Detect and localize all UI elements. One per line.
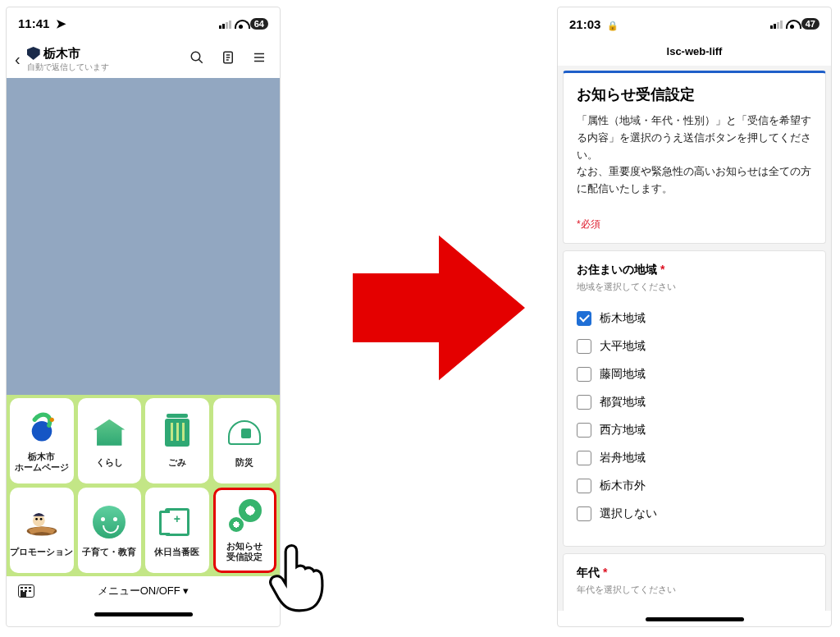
checkbox-icon[interactable]: [577, 451, 591, 465]
menu-toggle-bar[interactable]: メニューON/OFF ▾: [7, 576, 280, 606]
phone-right-liff-app: 21:03 🔒 47 lsc-web-liff お知らせ受信設定 「属性（地域・…: [557, 7, 832, 627]
menu-icon[interactable]: [247, 50, 272, 69]
region-option-label: 岩舟地域: [600, 451, 646, 465]
region-section-title: お住まいの地域 *: [577, 263, 812, 277]
region-option[interactable]: 藤岡地域: [577, 367, 812, 382]
wifi-icon: [786, 20, 798, 29]
webview-title: lsc-web-liff: [558, 40, 831, 66]
signal-icon: [770, 20, 783, 29]
checkbox-icon[interactable]: [577, 479, 591, 493]
region-option-label: 藤岡地域: [600, 367, 646, 382]
status-bar: 11:41 ➤ 64: [7, 7, 280, 40]
search-icon[interactable]: [185, 50, 209, 69]
status-bar: 21:03 🔒 47: [558, 7, 831, 40]
signal-icon: [219, 20, 231, 29]
phone-left-line-app: 11:41 ➤ 64 ‹ 栃木市 自動で返信しています 栃木: [6, 7, 281, 627]
tile-label: 子育て・教育: [82, 547, 136, 557]
svg-point-10: [49, 418, 53, 422]
region-option-label: 栃木地域: [600, 311, 646, 326]
svg-point-13: [35, 518, 38, 520]
svg-point-14: [39, 518, 42, 520]
card-intro: お知らせ受信設定 「属性（地域・年代・性別）」と「受信を希望する内容」を選択のう…: [563, 71, 826, 244]
age-section-title: 年代 *: [577, 566, 812, 580]
region-option[interactable]: 選択しない: [577, 506, 812, 521]
region-option-label: 選択しない: [600, 506, 657, 521]
region-section-subtitle: 地域を選択してください: [577, 281, 812, 293]
notes-icon[interactable]: [216, 50, 240, 69]
required-indicator: *必須: [577, 218, 812, 231]
region-option-label: 栃木市外: [600, 479, 646, 493]
region-option[interactable]: 岩舟地域: [577, 451, 812, 465]
status-right: 47: [770, 18, 819, 30]
status-time: 11:41 ➤: [18, 16, 66, 31]
tile-homepage[interactable]: 栃木市ホームページ: [10, 398, 74, 483]
wifi-icon: [235, 20, 247, 29]
checkbox-icon[interactable]: [577, 339, 591, 354]
age-section-subtitle: 年代を選択してください: [577, 584, 812, 596]
checkbox-icon[interactable]: [577, 395, 591, 410]
svg-point-12: [33, 515, 45, 527]
tile-gomi[interactable]: ごみ: [145, 398, 209, 483]
back-icon[interactable]: ‹: [15, 50, 21, 69]
region-option-label: 大平地域: [600, 339, 646, 354]
status-time: 21:03 🔒: [569, 17, 619, 31]
tile-label: 防災: [235, 457, 253, 468]
location-icon: ➤: [56, 16, 66, 30]
region-option[interactable]: 栃木地域: [577, 311, 812, 326]
tile-kosodate[interactable]: 子育て・教育: [78, 488, 142, 573]
chat-subtitle: 自動で返信しています: [27, 62, 109, 73]
tile-label: ごみ: [168, 457, 186, 468]
checkbox-icon[interactable]: [577, 423, 591, 438]
tile-label: プロモーション: [10, 547, 73, 557]
shield-icon: [27, 47, 40, 60]
checkbox-icon[interactable]: [577, 367, 591, 382]
lock-icon: 🔒: [607, 21, 619, 30]
chat-background[interactable]: [7, 78, 280, 395]
card-region: お住まいの地域 * 地域を選択してください 栃木地域大平地域藤岡地域都賀地域西方…: [563, 250, 826, 547]
card-age: 年代 * 年代を選択してください 年代 20～29歳: [563, 553, 826, 611]
tile-label: 休日当番医: [154, 547, 199, 557]
tile-label: くらし: [96, 457, 123, 468]
tile-promotion[interactable]: プロモーション: [10, 488, 74, 573]
tile-kurashi[interactable]: くらし: [78, 398, 142, 483]
svg-line-1: [199, 59, 203, 63]
tile-bousai[interactable]: 防災: [213, 398, 277, 483]
region-option[interactable]: 大平地域: [577, 339, 812, 354]
transition-arrow-icon: [353, 222, 525, 394]
svg-point-0: [191, 52, 200, 61]
checkbox-icon[interactable]: [577, 506, 591, 521]
checkbox-icon[interactable]: [577, 311, 591, 326]
region-option[interactable]: 西方地域: [577, 423, 812, 438]
region-option[interactable]: 栃木市外: [577, 479, 812, 493]
page-title: お知らせ受信設定: [577, 85, 812, 104]
tap-pointer-icon: [267, 537, 336, 614]
region-option-label: 都賀地域: [600, 395, 646, 410]
region-option-label: 西方地域: [600, 423, 646, 438]
svg-marker-15: [353, 236, 525, 380]
form-body[interactable]: お知らせ受信設定 「属性（地域・年代・性別）」と「受信を希望する内容」を選択のう…: [558, 66, 831, 611]
rich-menu: 栃木市ホームページくらしごみ防災プロモーション子育て・教育休日当番医お知らせ受信…: [7, 395, 280, 576]
menu-toggle-label[interactable]: メニューON/OFF ▾: [98, 584, 189, 598]
status-right: 64: [219, 18, 268, 30]
tile-label: 栃木市ホームページ: [15, 451, 69, 472]
home-indicator: [7, 606, 280, 627]
battery-level: 64: [250, 18, 268, 30]
keyboard-icon[interactable]: [18, 584, 34, 598]
page-description: 「属性（地域・年代・性別）」と「受信を希望する内容」を選択のうえ送信ボタンを押し…: [577, 112, 812, 198]
battery-level: 47: [801, 18, 819, 30]
chat-header: ‹ 栃木市 自動で返信しています: [7, 40, 280, 78]
home-indicator: [558, 611, 831, 627]
tile-label: お知らせ受信設定: [226, 541, 262, 561]
region-option[interactable]: 都賀地域: [577, 395, 812, 410]
chat-title[interactable]: 栃木市: [27, 46, 109, 62]
tile-touban[interactable]: 休日当番医: [145, 488, 209, 573]
